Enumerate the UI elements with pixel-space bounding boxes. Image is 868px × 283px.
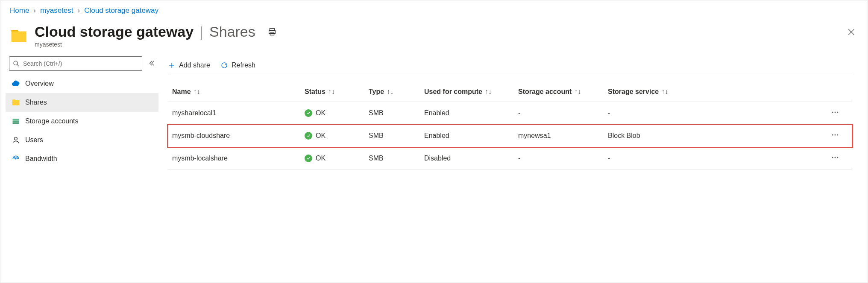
storage-icon <box>12 117 20 125</box>
sidebar-item-storage-accounts[interactable]: Storage accounts <box>6 112 158 131</box>
collapse-sidebar-button[interactable] <box>148 60 155 68</box>
folder-icon <box>10 27 28 45</box>
sort-icon: ↑↓ <box>661 88 668 95</box>
title-separator: | <box>199 23 203 40</box>
svg-point-22 <box>837 157 838 158</box>
col-status[interactable]: Status↑↓ <box>300 82 364 102</box>
button-label: Add share <box>179 61 210 69</box>
svg-point-15 <box>835 112 836 113</box>
search-field[interactable] <box>23 60 138 67</box>
breadcrumb-page[interactable]: Cloud storage gateway <box>84 6 158 15</box>
svg-point-19 <box>837 134 838 136</box>
cell-type: SMB <box>364 102 420 125</box>
ok-icon <box>305 132 312 140</box>
cell-name[interactable]: mysmb-localshare <box>168 147 300 170</box>
search-input[interactable] <box>9 56 142 71</box>
print-icon[interactable] <box>267 27 277 37</box>
folder-icon <box>12 98 20 107</box>
cell-compute: Enabled <box>420 102 514 125</box>
svg-line-6 <box>17 64 19 66</box>
sort-icon: ↑↓ <box>485 88 492 95</box>
plus-icon <box>168 61 176 69</box>
svg-point-10 <box>15 137 18 140</box>
svg-point-5 <box>14 61 18 65</box>
table-row[interactable]: mysmb-cloudshareOKSMBEnabledmynewsa1Bloc… <box>168 125 852 147</box>
cell-name[interactable]: mysharelocal1 <box>168 102 300 125</box>
sidebar-item-label: Shares <box>25 99 47 106</box>
cell-status: OK <box>300 102 364 125</box>
add-share-button[interactable]: Add share <box>168 61 210 69</box>
svg-point-17 <box>832 134 833 136</box>
sort-icon: ↑↓ <box>387 88 393 95</box>
sidebar-item-users[interactable]: Users <box>6 131 158 149</box>
cell-actions <box>827 102 852 125</box>
svg-point-11 <box>15 158 16 159</box>
ok-icon <box>305 109 312 117</box>
sidebar-item-bandwidth[interactable]: Bandwidth <box>6 149 158 168</box>
col-name[interactable]: Name↑↓ <box>168 82 300 102</box>
toolbar: Add share Refresh <box>168 56 852 74</box>
cell-actions <box>827 147 852 170</box>
cell-status: OK <box>300 147 364 170</box>
more-button[interactable] <box>831 111 839 118</box>
col-compute[interactable]: Used for compute↑↓ <box>420 82 514 102</box>
svg-point-16 <box>837 112 838 113</box>
sidebar-item-shares[interactable]: Shares <box>6 93 158 112</box>
user-icon <box>12 136 20 144</box>
cell-status: OK <box>300 125 364 147</box>
svg-rect-2 <box>270 32 274 35</box>
ok-icon <box>305 155 312 162</box>
cell-account: - <box>514 147 604 170</box>
cell-service: - <box>604 147 827 170</box>
table-row[interactable]: mysmb-localshareOKSMBDisabled-- <box>168 147 852 170</box>
close-button[interactable] <box>847 28 856 38</box>
svg-point-21 <box>835 157 836 158</box>
table-row[interactable]: mysharelocal1OKSMBEnabled-- <box>168 102 852 125</box>
breadcrumb-resource[interactable]: myasetest <box>40 6 73 15</box>
cell-compute: Enabled <box>420 125 514 147</box>
shares-table: Name↑↓ Status↑↓ Type↑↓ Used for compute↑… <box>168 82 852 170</box>
sort-icon: ↑↓ <box>574 88 581 95</box>
sort-icon: ↑↓ <box>194 88 200 95</box>
page-title: Cloud storage gateway <box>35 23 194 40</box>
search-icon <box>13 60 20 67</box>
more-button[interactable] <box>831 156 839 163</box>
sidebar-item-label: Overview <box>25 80 54 88</box>
page-section: Shares <box>209 23 255 40</box>
cell-type: SMB <box>364 125 420 147</box>
cell-account: - <box>514 102 604 125</box>
sidebar-item-label: Bandwidth <box>25 155 57 163</box>
col-actions <box>827 82 852 102</box>
svg-point-14 <box>832 112 833 113</box>
cell-actions <box>827 125 852 147</box>
page-header: Cloud storage gateway | Shares myasetest <box>0 21 868 48</box>
button-label: Refresh <box>232 61 255 69</box>
refresh-icon <box>220 61 228 69</box>
main-content: Add share Refresh Name↑↓ Status↑↓ Type↑↓… <box>158 56 868 170</box>
cell-service: - <box>604 102 827 125</box>
more-button[interactable] <box>831 133 839 140</box>
svg-point-20 <box>832 157 833 158</box>
breadcrumb: Home › myasetest › Cloud storage gateway <box>0 0 868 21</box>
col-account[interactable]: Storage account↑↓ <box>514 82 604 102</box>
refresh-button[interactable]: Refresh <box>220 61 255 69</box>
col-type[interactable]: Type↑↓ <box>364 82 420 102</box>
resource-name: myasetest <box>35 41 277 48</box>
svg-rect-9 <box>13 123 19 124</box>
sidebar-item-overview[interactable]: Overview <box>6 74 158 93</box>
breadcrumb-home[interactable]: Home <box>10 6 29 15</box>
chevron-right-icon: › <box>33 6 36 15</box>
cell-type: SMB <box>364 147 420 170</box>
svg-rect-8 <box>13 120 19 122</box>
col-service[interactable]: Storage service↑↓ <box>604 82 827 102</box>
svg-rect-7 <box>13 119 19 120</box>
sidebar-item-label: Users <box>25 136 43 144</box>
sidebar-item-label: Storage accounts <box>25 117 79 125</box>
cell-account: mynewsa1 <box>514 125 604 147</box>
cell-name[interactable]: mysmb-cloudshare <box>168 125 300 147</box>
sidebar: Overview Shares Storage accounts Users B <box>0 56 158 170</box>
bandwidth-icon <box>12 155 20 163</box>
sort-icon: ↑↓ <box>328 88 335 95</box>
cell-service: Block Blob <box>604 125 827 147</box>
chevron-right-icon: › <box>78 6 80 15</box>
